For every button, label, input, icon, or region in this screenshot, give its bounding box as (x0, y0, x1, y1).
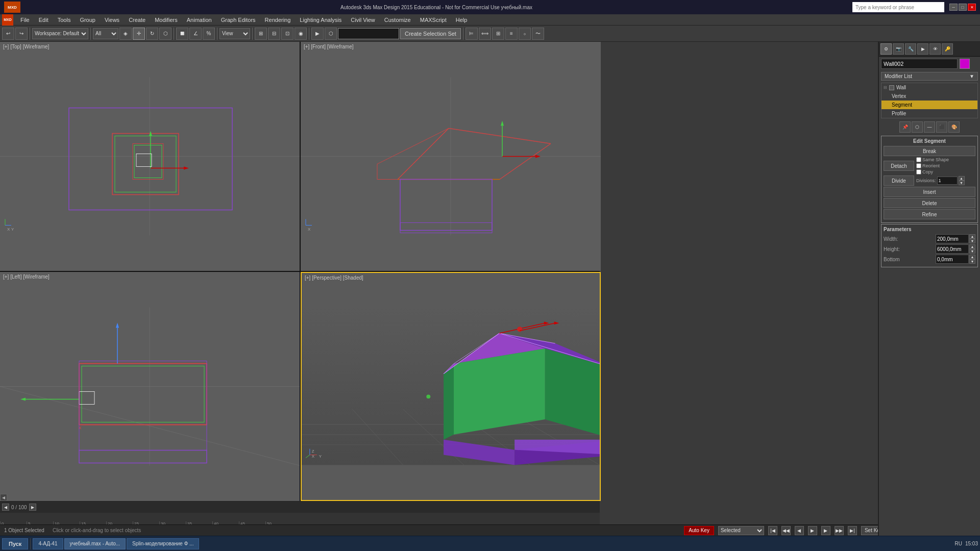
divisions-input[interactable] (937, 177, 958, 185)
delete-btn[interactable]: Delete (884, 198, 975, 208)
taskbar-item-2[interactable]: учебный.max - Auto... (64, 538, 126, 549)
layer-btn[interactable]: ≡ (505, 28, 518, 40)
pin-icon-btn[interactable]: 📌 (899, 121, 911, 133)
divisions-up-btn[interactable]: ▲ (959, 176, 965, 181)
array-btn[interactable]: ⊞ (492, 28, 504, 40)
bottom-input[interactable] (936, 255, 969, 264)
rotate-btn[interactable]: ↻ (146, 28, 158, 40)
taskbar-item-1[interactable]: 4-АД-41 (33, 538, 63, 549)
tab-create-icon[interactable]: 📷 (893, 43, 904, 55)
divide-btn[interactable]: Divide (884, 176, 914, 186)
prev-key-btn[interactable]: ◀◀ (781, 526, 791, 535)
curve-btn[interactable]: 〜 (532, 28, 544, 40)
selection-set-input[interactable] (338, 28, 399, 39)
menu-help[interactable]: Help (452, 16, 472, 24)
same-shape-checkbox[interactable] (916, 157, 921, 162)
timeline-end-btn[interactable]: ▶ (29, 504, 36, 511)
prev-frame-btn[interactable]: ◀ (795, 526, 804, 535)
viewport-front[interactable]: [+] [Front] [Wireframe] (301, 42, 601, 271)
copy-checkbox[interactable] (916, 169, 921, 174)
play-end-btn[interactable]: ▶| (848, 526, 857, 535)
menu-animation[interactable]: Animation (183, 16, 216, 24)
edge-icon-btn[interactable]: — (924, 121, 935, 133)
tab-utilities-icon[interactable]: 🔑 (942, 43, 953, 55)
create-selection-btn[interactable]: Create Selection Set (400, 28, 461, 39)
menu-customize[interactable]: Customize (380, 16, 415, 24)
tool2-btn[interactable]: ⊟ (268, 28, 280, 40)
modifier-list-dropdown[interactable]: Modifier List ▼ (881, 72, 978, 81)
search-input[interactable] (852, 2, 944, 12)
menu-civil[interactable]: Civil View (347, 16, 379, 24)
viewport-left[interactable]: [+] [Left] [Wireframe] × (0, 272, 300, 501)
refine-btn[interactable]: Refine (884, 209, 975, 219)
render1-btn[interactable]: ▶ (311, 28, 324, 40)
taskbar-item-3[interactable]: Splin-моделирование Ф ... (127, 538, 199, 549)
maximize-btn[interactable]: □ (959, 4, 967, 11)
copy-label[interactable]: Copy (916, 169, 949, 174)
break-btn[interactable]: Break (884, 146, 975, 156)
schematic-btn[interactable]: ⬦ (519, 28, 531, 40)
menu-rendering[interactable]: Rendering (261, 16, 295, 24)
tool4-btn[interactable]: ◉ (295, 28, 307, 40)
select-btn[interactable]: ◈ (119, 28, 132, 40)
close-btn[interactable]: ✕ (968, 4, 976, 11)
next-key-btn[interactable]: ▶▶ (835, 526, 844, 535)
tab-hierarchy-icon[interactable]: 🔧 (905, 43, 916, 55)
selected-dropdown[interactable]: Selected (718, 526, 764, 535)
tool1-btn[interactable]: ⊞ (255, 28, 267, 40)
autokey-btn[interactable]: Auto Key (684, 526, 714, 535)
tab-display-icon[interactable]: 👁 (929, 43, 941, 55)
minimize-btn[interactable]: ─ (949, 4, 958, 11)
start-btn[interactable]: Пуск (2, 538, 28, 549)
menu-maxscript[interactable]: MAXScript (416, 16, 451, 24)
color-icon-btn[interactable]: 🎨 (948, 121, 960, 133)
vert-icon-btn[interactable]: ⬡ (912, 121, 923, 133)
view-dropdown[interactable]: View (219, 28, 250, 39)
render2-btn[interactable]: ⬡ (325, 28, 337, 40)
scale-btn[interactable]: ⬡ (159, 28, 172, 40)
reorient-checkbox[interactable] (916, 163, 921, 168)
filter-dropdown[interactable]: All (93, 28, 118, 39)
menu-tools[interactable]: Tools (54, 16, 75, 24)
reorient-label[interactable]: Reorient (916, 163, 949, 168)
play-start-btn[interactable]: |◀ (768, 526, 777, 535)
next-frame-btn[interactable]: ▶ (821, 526, 830, 535)
timeline-start-btn[interactable]: ◀ (2, 504, 9, 511)
height-up-btn[interactable]: ▲ (969, 244, 975, 249)
insert-btn[interactable]: Insert (884, 187, 975, 197)
mod-vertex-item[interactable]: Vertex (881, 92, 977, 101)
object-name-input[interactable] (881, 59, 958, 69)
menu-create[interactable]: Create (125, 16, 150, 24)
mod-wall-item[interactable]: ⊟ Wall (881, 83, 977, 92)
tool3-btn[interactable]: ⊡ (281, 28, 293, 40)
play-btn[interactable]: ▶ (808, 526, 817, 535)
height-input[interactable] (936, 244, 969, 254)
mirror-btn[interactable]: ⟺ (479, 28, 491, 40)
angle-snap-btn[interactable]: ∠ (189, 28, 202, 40)
width-up-btn[interactable]: ▲ (969, 234, 975, 239)
align-btn[interactable]: ⊨ (465, 28, 478, 40)
snap-btn[interactable]: 🔲 (176, 28, 188, 40)
viewport-top[interactable]: [+] [Top] [Wireframe] X Y (0, 42, 300, 271)
percent-snap-btn[interactable]: % (203, 28, 215, 40)
face-icon-btn[interactable]: ⬛ (936, 121, 947, 133)
redo-btn[interactable]: ↪ (15, 28, 28, 40)
menu-views[interactable]: Views (101, 16, 124, 24)
width-input[interactable] (936, 234, 969, 243)
detach-btn[interactable]: Detach (884, 161, 914, 171)
undo-btn[interactable]: ↩ (2, 28, 14, 40)
same-shape-label[interactable]: Same Shape (916, 157, 949, 162)
menu-file[interactable]: File (16, 16, 34, 24)
tab-modify-icon[interactable]: ⚙ (880, 43, 892, 55)
divisions-down-btn[interactable]: ▼ (959, 181, 965, 185)
move-btn[interactable]: ✛ (133, 28, 145, 40)
tab-motion-icon[interactable]: ▶ (917, 43, 928, 55)
menu-graph-editors[interactable]: Graph Editors (217, 16, 260, 24)
workspace-dropdown[interactable]: Workspace: Default (32, 28, 88, 39)
width-down-btn[interactable]: ▼ (969, 239, 975, 243)
menu-lighting[interactable]: Lighting Analysis (296, 16, 346, 24)
viewport-perspective[interactable]: [+] [Perspective] [Shaded] (301, 272, 601, 501)
mod-profile-item[interactable]: Profile (881, 109, 977, 118)
menu-edit[interactable]: Edit (35, 16, 53, 24)
height-down-btn[interactable]: ▼ (969, 249, 975, 254)
